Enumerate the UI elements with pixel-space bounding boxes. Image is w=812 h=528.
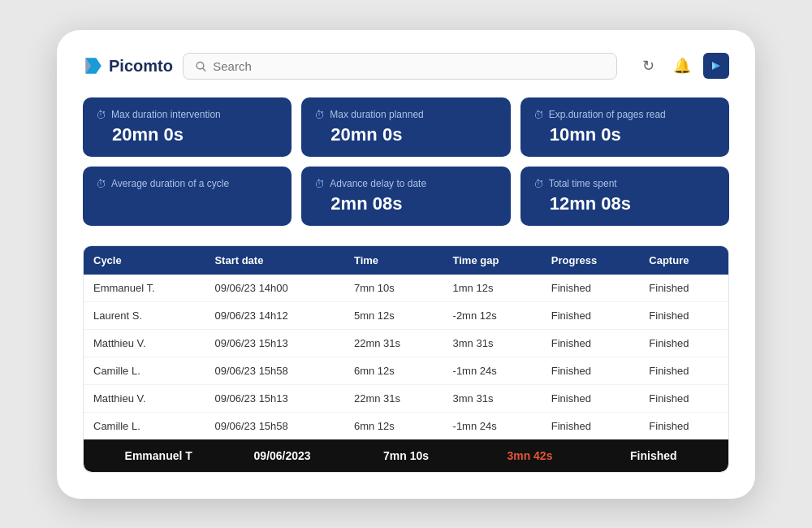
cell-0-1: 09/06/23 14h00 [205,275,344,302]
table-section: Cycle Start date Time Time gap Progress … [83,245,729,473]
cell-4-0: Matthieu V. [84,384,205,412]
table-row[interactable]: Laurent S.09/06/23 14h125mn 12s-2mn 12sF… [84,301,728,329]
header-icons: ↻ 🔔 [635,53,729,79]
cell-5-0: Camille L. [84,412,205,439]
footer-date: 09/06/2023 [220,449,343,462]
metric-card-1: ⏱ Max duration planned 20mn 0s [301,97,510,157]
metric-value-4: 2mn 08s [330,193,497,214]
data-table: Cycle Start date Time Time gap Progress … [84,246,728,439]
cell-0-5: Finished [639,275,728,302]
cell-4-5: Finished [639,384,728,412]
cell-2-4: Finished [542,329,640,357]
metric-card-5: ⏱ Total time spent 12mn 08s [520,167,729,226]
table-row[interactable]: Camille L.09/06/23 15h586mn 12s-1mn 24sF… [84,412,728,439]
cell-1-5: Finished [639,301,728,329]
cell-1-2: 5mn 12s [344,301,443,329]
col-start-date: Start date [205,246,344,275]
cell-5-3: -1mn 24s [443,412,542,439]
brand-button[interactable] [703,53,729,79]
metric-label-3: ⏱ Average duration of a cycle [96,178,279,190]
cell-1-4: Finished [542,301,640,329]
col-time: Time [344,246,443,275]
col-progress: Progress [542,246,640,275]
cell-4-3: 3mn 31s [443,384,542,412]
cell-3-1: 09/06/23 15h58 [205,357,344,384]
footer-gap: 3mn 42s [468,449,591,462]
cell-3-5: Finished [639,357,728,384]
metric-icon-2: ⏱ [533,109,544,121]
search-input[interactable] [213,59,605,73]
cell-1-1: 09/06/23 14h12 [205,301,344,329]
cell-5-2: 6mn 12s [344,412,443,439]
metric-value-1: 20mn 0s [330,124,497,145]
cell-3-3: -1mn 24s [443,357,542,384]
metric-value-0: 20mn 0s [112,124,279,145]
bell-icon: 🔔 [673,57,691,75]
metrics-grid: ⏱ Max duration intervention 20mn 0s ⏱ Ma… [83,97,729,226]
metric-label-2: ⏱ Exp.duration of pages read [533,109,716,121]
header: Picomto ↻ 🔔 [83,53,729,80]
table-header-row: Cycle Start date Time Time gap Progress … [84,246,728,275]
metric-label-0: ⏱ Max duration intervention [96,109,279,121]
cell-1-3: -2mn 12s [443,301,542,329]
cell-5-1: 09/06/23 15h58 [205,412,344,439]
metric-card-4: ⏱ Advance delay to date 2mn 08s [301,167,510,226]
metric-value-5: 12mn 08s [550,193,716,214]
table-row[interactable]: Camille L.09/06/23 15h586mn 12s-1mn 24sF… [84,357,728,384]
logo: Picomto [83,55,173,76]
metric-card-2: ⏱ Exp.duration of pages read 10mn 0s [520,97,729,157]
logo-text: Picomto [109,57,173,76]
metric-label-5: ⏱ Total time spent [533,178,716,190]
cell-2-1: 09/06/23 15h13 [205,329,344,357]
table-row[interactable]: Matthieu V.09/06/23 15h1322mn 31s3mn 31s… [84,329,728,357]
col-time-gap: Time gap [443,246,542,275]
cell-4-4: Finished [542,384,640,412]
cell-2-0: Matthieu V. [84,329,205,357]
footer-name: Emmanuel T [97,449,220,462]
cell-2-5: Finished [639,329,728,357]
table-row[interactable]: Emmanuel T.09/06/23 14h007mn 10s1mn 12sF… [84,275,728,302]
metric-label-4: ⏱ Advance delay to date [314,178,497,190]
refresh-button[interactable]: ↻ [635,53,661,79]
search-bar[interactable] [183,53,617,80]
cell-3-2: 6mn 12s [344,357,443,384]
cell-1-0: Laurent S. [84,301,205,329]
logo-icon [83,55,104,76]
cell-3-0: Camille L. [84,357,205,384]
cell-4-1: 09/06/23 15h13 [205,384,344,412]
table-row[interactable]: Matthieu V.09/06/23 15h1322mn 31s3mn 31s… [84,384,728,412]
metric-icon-5: ⏱ [533,178,544,190]
refresh-icon: ↻ [642,57,654,75]
cell-3-4: Finished [542,357,640,384]
bell-button[interactable]: 🔔 [669,53,695,79]
svg-line-3 [203,68,205,71]
metric-icon-4: ⏱ [314,178,325,190]
footer-time: 7mn 10s [344,449,468,462]
cell-2-2: 22mn 31s [344,329,443,357]
cell-0-2: 7mn 10s [344,275,443,302]
cell-0-4: Finished [542,275,640,302]
col-capture: Capture [639,246,728,275]
cell-2-3: 3mn 31s [443,329,542,357]
cell-5-5: Finished [639,412,728,439]
col-cycle: Cycle [84,246,205,275]
device-frame: Picomto ↻ 🔔 [57,30,755,499]
metric-icon-1: ⏱ [314,109,325,121]
metric-icon-3: ⏱ [96,178,106,190]
metric-card-3: ⏱ Average duration of a cycle [83,167,292,226]
cell-4-2: 22mn 31s [344,384,443,412]
metric-icon-0: ⏱ [96,109,106,121]
footer-status: Finished [592,449,715,462]
search-icon [195,60,206,72]
metric-card-0: ⏱ Max duration intervention 20mn 0s [83,97,292,157]
metric-value-2: 10mn 0s [550,124,716,145]
cell-0-3: 1mn 12s [443,275,542,302]
metric-label-1: ⏱ Max duration planned [314,109,497,121]
cell-0-0: Emmanuel T. [84,275,205,302]
brand-icon [710,60,722,71]
cell-5-4: Finished [542,412,640,439]
footer-bar: Emmanuel T 09/06/2023 7mn 10s 3mn 42s Fi… [84,439,728,472]
